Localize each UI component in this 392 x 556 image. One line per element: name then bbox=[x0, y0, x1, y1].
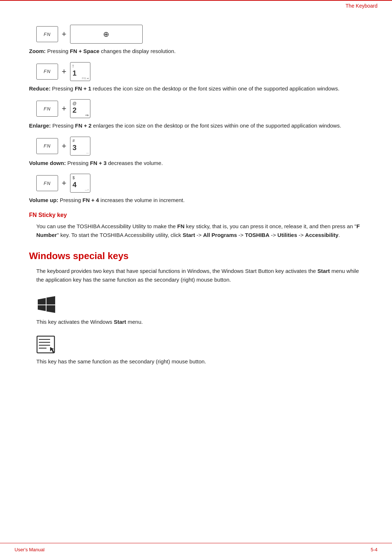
vol-up-key-combo-wrapper: FN + $ 4 —+ bbox=[36, 174, 363, 193]
key-4-top: $ bbox=[73, 176, 75, 180]
key-2: @ 2 ◄▶ bbox=[70, 99, 90, 118]
enlarge-desc: Enlarge: Pressing FN + 2 enlarges the ic… bbox=[29, 122, 363, 130]
vol-down-key-combo: FN + # 3 — bbox=[36, 137, 363, 156]
key-2-main: 2 bbox=[73, 106, 77, 114]
header-title: The Keyboard bbox=[346, 3, 377, 9]
reduce-label: Reduce: bbox=[29, 85, 50, 92]
zoom-key-combo: FN + ⊕ bbox=[36, 25, 363, 44]
plus-vol-down: + bbox=[62, 141, 66, 151]
main-content: FN + ⊕ Zoom: Pressing FN + Space changes… bbox=[0, 0, 392, 380]
win-key-desc: This key activates the Windows Start men… bbox=[36, 318, 363, 326]
windows-special-heading: Windows special keys bbox=[29, 250, 363, 262]
zoom-key: ⊕ bbox=[70, 25, 143, 44]
plus-vol-up: + bbox=[62, 178, 66, 188]
vol-down-key-combo-wrapper: FN + # 3 — bbox=[36, 137, 363, 156]
fn-key-reduce: FN bbox=[36, 64, 58, 80]
footer: User's Manual 5-4 bbox=[0, 543, 392, 556]
reduce-desc: Reduce: Pressing FN + 1 reduces the icon… bbox=[29, 85, 363, 93]
key-1: ! 1 F01◄ bbox=[70, 62, 90, 81]
zoom-label: Zoom: bbox=[29, 48, 46, 54]
vol-up-desc: Volume up: Pressing FN + 4 increases the… bbox=[29, 196, 363, 205]
app-key-desc: This key has the same function as the se… bbox=[36, 358, 363, 366]
footer-left: User's Manual bbox=[15, 547, 45, 552]
footer-right: 5-4 bbox=[371, 547, 377, 552]
key-2-sub: ◄▶ bbox=[85, 114, 89, 117]
key-3: # 3 — bbox=[70, 137, 90, 156]
windows-intro: The keyboard provides two keys that have… bbox=[36, 267, 363, 284]
fn-key-vol-down: FN bbox=[36, 138, 58, 154]
fn-sticky-text: You can use the TOSHIBA Accessibility Ut… bbox=[36, 222, 363, 239]
key-4-main: 4 bbox=[73, 181, 77, 189]
reduce-key-combo-wrapper: FN + ! 1 F01◄ bbox=[36, 62, 363, 81]
enlarge-key-combo-wrapper: FN + @ 2 ◄▶ bbox=[36, 99, 363, 118]
zoom-icon: ⊕ bbox=[103, 30, 109, 39]
vol-up-label: Volume up: bbox=[29, 197, 58, 203]
vol-down-label: Volume down: bbox=[29, 160, 66, 166]
enlarge-key-combo: FN + @ 2 ◄▶ bbox=[36, 99, 363, 118]
key-1-top: ! bbox=[73, 64, 74, 68]
vol-down-desc: Volume down: Pressing FN + 3 decreases t… bbox=[29, 159, 363, 168]
key-3-main: 3 bbox=[73, 144, 77, 152]
fn-key-vol-up: FN bbox=[36, 175, 58, 191]
key-3-top: # bbox=[73, 138, 75, 143]
zoom-desc: Zoom: Pressing FN + Space changes the di… bbox=[29, 47, 363, 56]
vol-up-key-combo: FN + $ 4 —+ bbox=[36, 174, 363, 193]
fn-key-enlarge: FN bbox=[36, 101, 58, 117]
key-4-sub: —+ bbox=[85, 189, 89, 191]
reduce-key-combo: FN + ! 1 F01◄ bbox=[36, 62, 363, 81]
key-2-top: @ bbox=[73, 101, 77, 105]
fn-key-zoom: FN bbox=[36, 26, 58, 42]
zoom-key-combo-wrapper: FN + ⊕ bbox=[36, 25, 363, 44]
key-4: $ 4 —+ bbox=[70, 174, 90, 193]
fn-sticky-heading: FN Sticky key bbox=[29, 212, 363, 218]
app-key-icon bbox=[36, 335, 55, 354]
enlarge-label: Enlarge: bbox=[29, 122, 51, 129]
windows-logo-icon bbox=[36, 295, 57, 314]
plus-reduce: + bbox=[62, 67, 66, 76]
key-3-sub: — bbox=[86, 152, 89, 154]
top-rule bbox=[0, 0, 392, 1]
key-1-main: 1 bbox=[73, 69, 77, 77]
plus-enlarge: + bbox=[62, 104, 66, 113]
plus-zoom: + bbox=[62, 29, 66, 39]
key-1-sub: F01◄ bbox=[82, 77, 89, 80]
